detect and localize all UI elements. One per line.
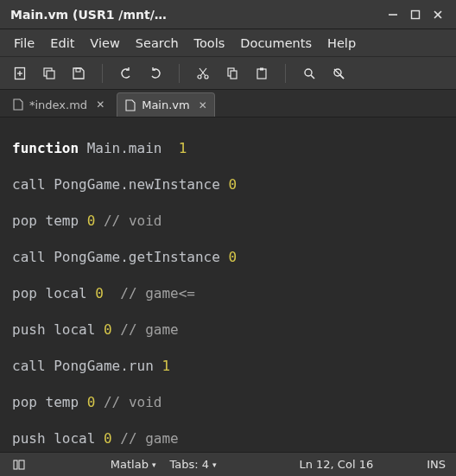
cut-button[interactable] xyxy=(190,60,216,86)
tab-index-md[interactable]: *index.md ✕ xyxy=(5,92,111,117)
statusbar-icon[interactable] xyxy=(10,459,28,471)
toolbar-separator xyxy=(179,64,180,83)
statusbar: Matlab ▾ Tabs: 4 ▾ Ln 12, Col 16 INS xyxy=(0,452,456,476)
tab-label: Main.vm xyxy=(142,98,190,111)
svg-line-19 xyxy=(311,75,314,79)
replace-button[interactable] xyxy=(326,60,352,86)
svg-point-18 xyxy=(305,69,312,76)
status-language[interactable]: Matlab ▾ xyxy=(111,458,156,471)
code-line: function Main.main 1 xyxy=(12,139,444,157)
code-editor[interactable]: function Main.main 1 call PongGame.newIn… xyxy=(0,117,456,452)
status-insert-mode[interactable]: INS xyxy=(427,458,446,471)
code-line: call PongGame.newInstance 0 xyxy=(12,175,444,194)
status-cursor-position: Ln 12, Col 16 xyxy=(299,458,373,471)
minimize-button[interactable] xyxy=(382,3,404,26)
status-tabwidth[interactable]: Tabs: 4 ▾ xyxy=(170,458,217,471)
code-line: push local 0 // game xyxy=(12,321,444,339)
tab-main-vm[interactable]: Main.vm ✕ xyxy=(117,92,215,117)
status-tabwidth-label: Tabs: 4 xyxy=(170,458,210,471)
code-line: pop temp 0 // void xyxy=(12,393,444,411)
menu-documents[interactable]: Documents xyxy=(233,33,319,54)
menu-edit[interactable]: Edit xyxy=(43,33,81,54)
svg-line-22 xyxy=(334,69,344,79)
menu-file[interactable]: File xyxy=(7,33,41,54)
svg-rect-15 xyxy=(231,71,237,79)
titlebar: Main.vm (USR1 /mnt/… xyxy=(0,0,456,29)
status-language-label: Matlab xyxy=(111,458,149,471)
menu-tools[interactable]: Tools xyxy=(187,33,232,54)
status-position-label: Ln 12, Col 16 xyxy=(299,458,373,471)
search-button[interactable] xyxy=(296,60,322,86)
svg-rect-17 xyxy=(260,67,263,70)
file-icon xyxy=(12,98,24,111)
code-line: push local 0 // game xyxy=(12,429,444,447)
toolbar xyxy=(0,57,456,90)
svg-rect-8 xyxy=(47,71,54,79)
save-button[interactable] xyxy=(66,60,92,86)
code-line: call PongGame.getInstance 0 xyxy=(12,248,444,266)
toolbar-separator xyxy=(285,64,286,83)
chevron-down-icon: ▾ xyxy=(212,460,217,469)
menu-view[interactable]: View xyxy=(83,33,126,54)
code-line: call PongGame.run 1 xyxy=(12,357,444,375)
copy-button[interactable] xyxy=(219,60,245,86)
undo-button[interactable] xyxy=(113,60,139,86)
code-line: pop temp 0 // void xyxy=(12,212,444,230)
code-line: pop local 0 // game<= xyxy=(12,284,444,302)
open-file-button[interactable] xyxy=(36,60,62,86)
maximize-button[interactable] xyxy=(404,3,427,26)
close-icon[interactable]: ✕ xyxy=(195,99,207,111)
paste-button[interactable] xyxy=(249,60,275,86)
tab-label: *index.md xyxy=(29,98,87,111)
status-insert-label: INS xyxy=(427,458,446,471)
window-title: Main.vm (USR1 /mnt/… xyxy=(10,8,382,22)
chevron-down-icon: ▾ xyxy=(152,460,156,469)
close-button[interactable] xyxy=(427,3,449,26)
file-icon xyxy=(124,99,136,111)
menu-help[interactable]: Help xyxy=(320,33,363,54)
toolbar-separator xyxy=(102,64,103,83)
svg-rect-23 xyxy=(14,460,17,469)
close-icon[interactable]: ✕ xyxy=(92,98,104,111)
tab-bar: *index.md ✕ Main.vm ✕ xyxy=(0,90,456,117)
svg-rect-16 xyxy=(257,69,266,79)
menubar: File Edit View Search Tools Documents He… xyxy=(0,29,456,57)
redo-button[interactable] xyxy=(142,60,168,86)
new-file-button[interactable] xyxy=(7,60,33,86)
svg-rect-24 xyxy=(19,460,24,469)
svg-rect-1 xyxy=(412,10,420,18)
menu-search[interactable]: Search xyxy=(129,33,186,54)
